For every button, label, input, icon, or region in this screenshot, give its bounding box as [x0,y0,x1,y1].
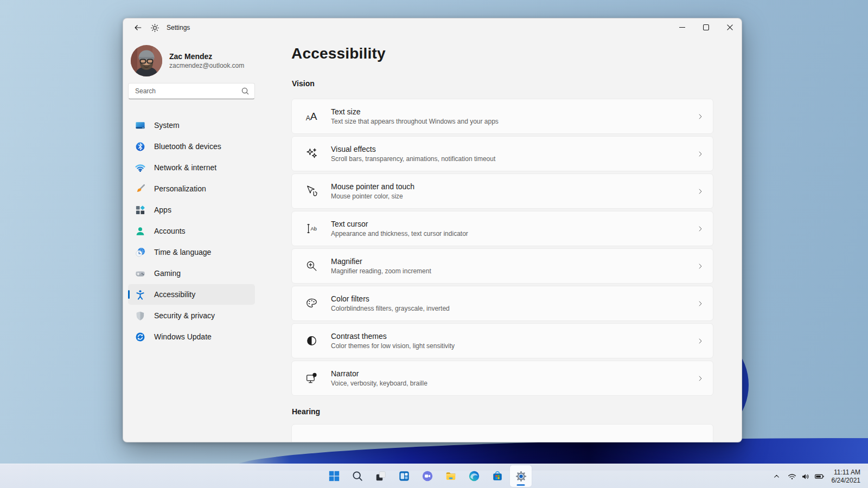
close-button[interactable] [718,18,742,36]
maximize-button[interactable] [694,18,718,36]
card-mouse-pointer-touch[interactable]: Mouse pointer and touch Mouse pointer co… [291,174,713,209]
chevron-right-icon [688,374,713,383]
wifi-icon [787,472,797,481]
chat-icon [422,470,433,482]
sidebar-item-personalization[interactable]: Personalization [128,178,255,199]
settings-taskbar-button[interactable] [510,465,532,487]
sidebar-item-label: Security & privacy [154,311,215,320]
taskbar-center-icons [323,465,532,487]
mouse-pointer-icon [292,184,331,198]
settings-gear-icon [515,470,527,483]
sidebar-item-gaming[interactable]: Gaming [128,263,255,284]
hearing-first-card-partial[interactable] [291,424,713,442]
text-cursor-icon: Ab [292,222,331,235]
sidebar-item-accounts[interactable]: Accounts [128,221,255,241]
sidebar-item-label: Network & internet [154,163,216,172]
sidebar-item-label: Gaming [154,269,181,278]
user-name: Zac Mendez [169,52,212,61]
edge-icon [468,470,480,482]
card-visual-effects[interactable]: Visual effects Scroll bars, transparency… [291,136,713,171]
back-arrow-icon [133,23,142,32]
sidebar-item-label: Accounts [154,227,186,235]
avatar[interactable] [131,45,162,76]
text-size-icon: AA [292,111,331,121]
card-title: Color filters [331,294,688,303]
search-input[interactable] [135,84,238,99]
card-text-size[interactable]: AA Text size Text size that appears thro… [291,99,713,134]
store-button[interactable] [487,465,508,487]
apps-icon [135,205,145,215]
widgets-icon [398,470,410,482]
hidden-icons-button[interactable] [770,467,783,486]
settings-gear-icon [148,21,161,34]
card-text-cursor[interactable]: Ab Text cursor Appearance and thickness,… [291,211,713,246]
minimize-button[interactable] [670,18,694,36]
card-contrast-themes[interactable]: Contrast themes Color themes for low vis… [291,323,713,358]
edge-button[interactable] [463,465,485,487]
search-icon[interactable] [241,87,250,98]
windows-start-icon [328,470,340,482]
widgets-button[interactable] [393,465,415,487]
search-box[interactable] [128,83,255,99]
card-narrator[interactable]: Narrator Voice, verbosity, keyboard, bra… [291,361,713,396]
sidebar-item-apps[interactable]: Apps [128,200,255,220]
security-shield-icon [135,311,145,321]
chevron-right-icon [688,112,713,121]
magnifier-icon [292,259,331,273]
time-language-icon [135,247,145,258]
card-title: Narrator [331,369,688,378]
system-icon [135,120,145,131]
sidebar-item-accessibility[interactable]: Accessibility [128,284,255,305]
sidebar-item-time-language[interactable]: Time & language [128,242,255,262]
narrator-icon [292,371,331,385]
card-subtitle: Appearance and thickness, text cursor in… [331,230,688,237]
card-title: Visual effects [331,145,688,153]
tray-time: 11:11 AM [832,468,860,477]
sidebar-item-network-internet[interactable]: Network & internet [128,157,255,178]
page-title: Accessibility [291,45,386,62]
sidebar-item-label: Windows Update [154,332,212,341]
network-volume-battery-button[interactable] [783,467,828,486]
card-title: Magnifier [331,257,688,266]
start-button[interactable] [323,465,345,487]
sidebar-item-label: Apps [154,206,171,214]
minimize-icon [679,24,685,30]
windows-update-icon [135,332,145,342]
back-button[interactable] [131,21,145,34]
card-subtitle: Text size that appears throughout Window… [331,118,688,125]
chevron-right-icon [688,150,713,158]
sidebar-item-label: System [154,121,180,130]
chat-button[interactable] [417,465,438,487]
card-title: Mouse pointer and touch [331,182,688,191]
taskbar-search-button[interactable] [347,465,368,487]
system-tray: 11:11 AM 6/24/2021 [770,464,865,488]
sidebar-nav: System Bluetooth & devices Network & int… [128,115,255,348]
file-explorer-button[interactable] [440,465,462,487]
task-view-button[interactable] [370,465,392,487]
taskbar: 11:11 AM 6/24/2021 [0,464,868,488]
chevron-right-icon [688,224,713,233]
chevron-right-icon [688,187,713,196]
card-color-filters[interactable]: Color filters Colorblindness filters, gr… [291,286,713,321]
bluetooth-icon [135,142,145,152]
clock-button[interactable]: 11:11 AM 6/24/2021 [828,467,865,486]
sidebar-item-label: Bluetooth & devices [154,142,221,151]
maximize-icon [703,24,709,30]
chevron-right-icon [688,337,713,345]
titlebar: Settings [123,18,742,37]
close-icon [727,24,733,30]
sidebar-item-system[interactable]: System [128,115,255,136]
card-subtitle: Magnifier reading, zoom increment [331,267,688,275]
section-heading-hearing: Hearing [292,407,320,416]
card-magnifier[interactable]: Magnifier Magnifier reading, zoom increm… [291,248,713,284]
settings-window: Settings Zac [123,18,742,442]
personalization-icon [135,184,145,194]
sidebar-item-bluetooth-devices[interactable]: Bluetooth & devices [128,136,255,157]
sidebar-item-windows-update[interactable]: Windows Update [128,326,255,347]
gaming-icon [135,268,145,279]
window-title: Settings [167,24,190,31]
network-icon [135,163,145,173]
sidebar-item-security-privacy[interactable]: Security & privacy [128,305,255,326]
file-explorer-icon [445,470,457,482]
task-view-icon [375,470,387,482]
